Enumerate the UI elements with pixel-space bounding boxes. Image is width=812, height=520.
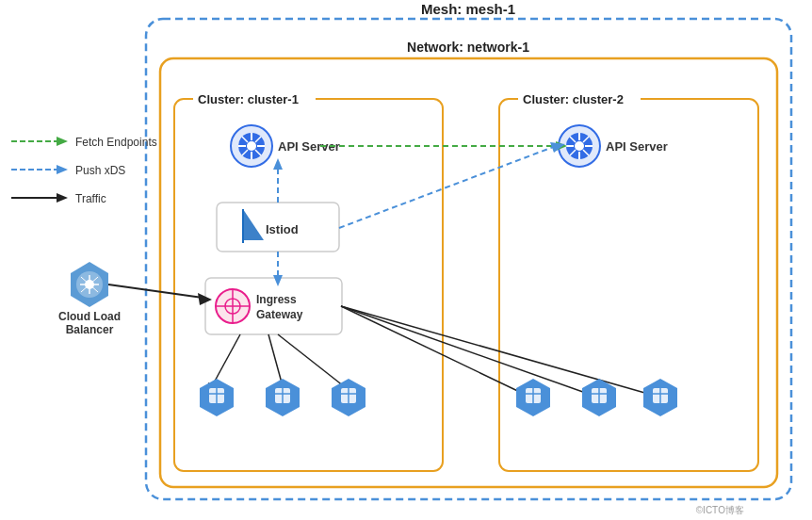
svg-marker-37 bbox=[556, 141, 567, 151]
svg-line-61 bbox=[212, 334, 240, 386]
ingress-label2: Gateway bbox=[256, 308, 303, 321]
svg-marker-39 bbox=[243, 209, 264, 240]
svg-point-26 bbox=[566, 133, 593, 159]
svg-line-33 bbox=[583, 150, 589, 155]
mesh-label: Mesh: mesh-1 bbox=[421, 1, 515, 17]
svg-rect-2 bbox=[174, 99, 443, 471]
svg-line-32 bbox=[570, 137, 576, 142]
network-label: Network: network-1 bbox=[407, 40, 529, 55]
svg-marker-66 bbox=[339, 383, 350, 396]
svg-point-24 bbox=[559, 125, 600, 167]
cluster1-label: Cluster: cluster-1 bbox=[198, 92, 299, 106]
svg-rect-0 bbox=[146, 19, 791, 499]
cloud-lb-label: Cloud Load bbox=[58, 310, 121, 323]
svg-line-67 bbox=[341, 306, 528, 396]
svg-rect-5 bbox=[518, 90, 641, 107]
cloud-lb-label2: Balancer bbox=[66, 323, 114, 336]
ingress-label: Ingress bbox=[256, 293, 297, 306]
legend-fetch: Fetch Endpoints bbox=[75, 136, 157, 149]
svg-marker-51 bbox=[273, 275, 283, 286]
svg-rect-86 bbox=[526, 388, 541, 403]
diagram-container: Mesh: mesh-1 Network: network-1 Cluster:… bbox=[0, 0, 812, 520]
svg-marker-11 bbox=[57, 193, 68, 203]
svg-line-65 bbox=[278, 334, 344, 386]
legend-xds: Push xDS bbox=[75, 164, 125, 177]
svg-line-22 bbox=[255, 137, 261, 142]
svg-point-54 bbox=[85, 280, 94, 289]
svg-marker-9 bbox=[57, 165, 68, 174]
api-server-2-label: API Server bbox=[606, 139, 668, 154]
svg-marker-72 bbox=[650, 391, 662, 401]
svg-line-35 bbox=[570, 150, 576, 155]
svg-marker-64 bbox=[279, 383, 291, 396]
svg-marker-60 bbox=[198, 293, 212, 305]
svg-rect-1 bbox=[160, 58, 777, 487]
svg-marker-85 bbox=[516, 379, 550, 416]
svg-marker-7 bbox=[57, 137, 68, 146]
svg-line-23 bbox=[242, 150, 248, 155]
svg-rect-94 bbox=[653, 388, 668, 403]
svg-point-13 bbox=[231, 125, 272, 167]
svg-rect-3 bbox=[193, 90, 316, 107]
svg-line-43 bbox=[339, 146, 556, 228]
svg-line-59 bbox=[108, 284, 203, 298]
svg-point-25 bbox=[559, 125, 600, 167]
cluster2-label: Cluster: cluster-2 bbox=[523, 92, 624, 106]
svg-point-53 bbox=[76, 271, 103, 298]
svg-rect-82 bbox=[341, 388, 356, 403]
svg-line-63 bbox=[268, 334, 283, 386]
svg-point-14 bbox=[238, 133, 265, 159]
watermark: ©ICTО博客 bbox=[696, 505, 744, 515]
svg-marker-52 bbox=[71, 262, 108, 307]
svg-line-71 bbox=[341, 306, 655, 396]
svg-marker-89 bbox=[582, 379, 616, 416]
api-server-1-label: API Server bbox=[278, 139, 340, 154]
svg-marker-81 bbox=[332, 379, 365, 416]
svg-rect-45 bbox=[205, 278, 342, 334]
svg-rect-78 bbox=[275, 388, 290, 403]
svg-marker-44 bbox=[550, 142, 565, 153]
svg-rect-90 bbox=[592, 388, 607, 403]
svg-marker-73 bbox=[200, 379, 234, 416]
svg-line-69 bbox=[341, 306, 593, 396]
svg-marker-70 bbox=[590, 390, 601, 400]
svg-rect-38 bbox=[217, 203, 339, 252]
svg-line-20 bbox=[242, 137, 248, 142]
istiod-label: Istiod bbox=[266, 222, 299, 236]
svg-line-58 bbox=[81, 277, 98, 292]
svg-rect-4 bbox=[499, 99, 758, 471]
svg-marker-68 bbox=[524, 390, 535, 400]
svg-rect-74 bbox=[209, 388, 224, 403]
svg-marker-62 bbox=[208, 382, 219, 396]
svg-line-34 bbox=[583, 137, 589, 142]
legend-traffic: Traffic bbox=[75, 192, 106, 205]
svg-marker-77 bbox=[266, 379, 300, 416]
svg-point-12 bbox=[231, 125, 272, 167]
svg-point-47 bbox=[225, 299, 240, 314]
svg-point-15 bbox=[247, 141, 256, 151]
svg-marker-42 bbox=[273, 158, 283, 170]
svg-line-21 bbox=[255, 150, 261, 155]
svg-line-57 bbox=[81, 277, 98, 292]
svg-point-27 bbox=[575, 141, 584, 151]
svg-point-46 bbox=[216, 289, 250, 323]
svg-marker-93 bbox=[643, 379, 677, 416]
